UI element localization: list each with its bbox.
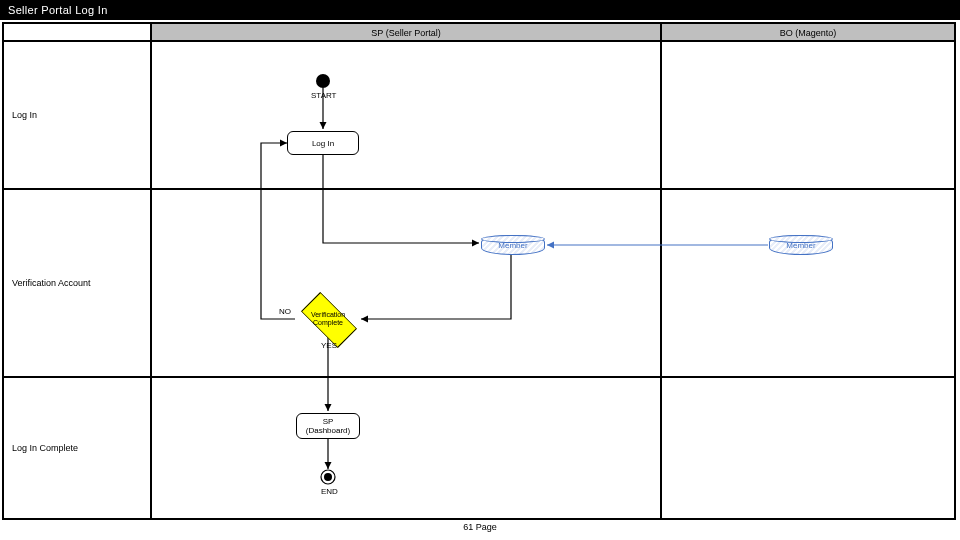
row-label-login: Log In bbox=[3, 41, 151, 189]
lane-header-bo: BO (Magento) bbox=[661, 23, 955, 41]
cell-verify-bo bbox=[661, 189, 955, 377]
cell-complete-bo bbox=[661, 377, 955, 519]
login-box: Log In bbox=[287, 131, 359, 155]
member-db-bo: Member bbox=[769, 235, 833, 255]
lane-header-sp: SP (Seller Portal) bbox=[151, 23, 661, 41]
member-db-sp: Member bbox=[481, 235, 545, 255]
row-label-verify: Verification Account bbox=[3, 189, 151, 377]
lane-header-sp-label: SP (Seller Portal) bbox=[371, 28, 440, 38]
end-label: END bbox=[321, 487, 338, 496]
decision-yes-label: YES bbox=[321, 341, 337, 350]
row-label-login-text: Log In bbox=[12, 110, 37, 120]
verification-decision-label: Verification Complete bbox=[293, 301, 363, 337]
start-label: START bbox=[311, 91, 336, 100]
swimlane-grid: SP (Seller Portal) BO (Magento) Log In V… bbox=[2, 22, 956, 520]
dashboard-box-label: SP (Dashboard) bbox=[306, 417, 350, 435]
page-footer: 61 Page bbox=[0, 522, 960, 532]
cell-login-sp bbox=[151, 41, 661, 189]
member-db-bo-label: Member bbox=[786, 241, 815, 250]
header-blank bbox=[3, 23, 151, 41]
decision-no-label: NO bbox=[279, 307, 291, 316]
page-title-text: Seller Portal Log In bbox=[8, 4, 108, 16]
cell-login-bo bbox=[661, 41, 955, 189]
page-title: Seller Portal Log In bbox=[0, 0, 960, 20]
row-label-complete-text: Log In Complete bbox=[12, 443, 78, 453]
dashboard-box: SP (Dashboard) bbox=[296, 413, 360, 439]
row-label-complete: Log In Complete bbox=[3, 377, 151, 519]
row-label-verify-text: Verification Account bbox=[12, 278, 91, 288]
verification-decision: Verification Complete bbox=[293, 301, 363, 337]
cell-verify-sp bbox=[151, 189, 661, 377]
cell-complete-sp bbox=[151, 377, 661, 519]
page-footer-text: 61 Page bbox=[463, 522, 497, 532]
member-db-sp-label: Member bbox=[498, 241, 527, 250]
login-box-label: Log In bbox=[312, 139, 334, 148]
lane-header-bo-label: BO (Magento) bbox=[780, 28, 837, 38]
